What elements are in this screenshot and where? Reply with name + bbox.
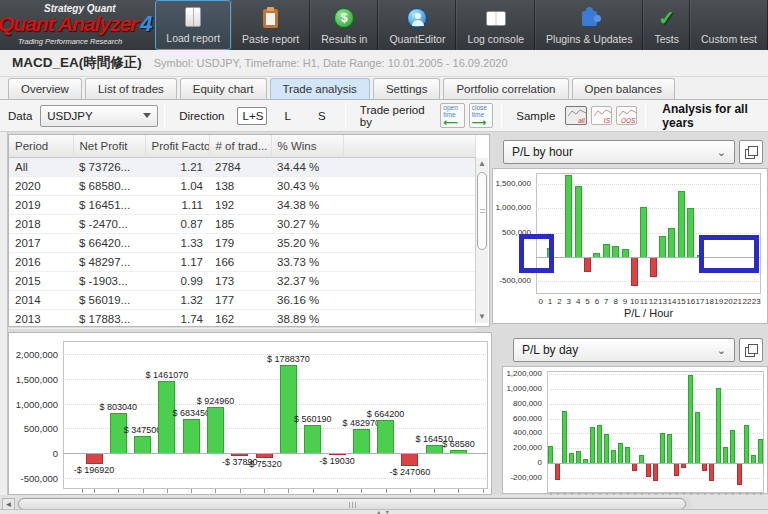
bar-value-label: -$ 247060 — [373, 467, 447, 477]
wins-cell[interactable]: 38.89 % — [271, 309, 343, 328]
table-row[interactable]: 2017$ 66420...1.3317935.20 % — [9, 233, 476, 252]
data-symbol-select[interactable]: USDJPY — [40, 105, 158, 127]
period-cell[interactable]: 2015 — [9, 271, 73, 290]
copy-chart-button[interactable] — [739, 338, 763, 362]
wins-cell[interactable]: 34.38 % — [271, 195, 343, 214]
column-header[interactable]: Profit Factor — [145, 135, 209, 157]
results-in-button[interactable]: $Results in — [310, 0, 378, 50]
table-row[interactable]: 2016$ 48297...1.1716633.73 % — [9, 252, 476, 271]
table-row[interactable]: 2015$ -1903...0.9917332.37 % — [9, 271, 476, 290]
scroll-down-arrow[interactable]: ▼ — [476, 311, 488, 323]
net-profit-cell[interactable]: $ -1903... — [73, 271, 145, 290]
open-time-button[interactable]: open time ⟵ — [440, 103, 464, 128]
plugins-updates-button[interactable]: Plugins & Updates — [535, 0, 643, 50]
dollar-coin-icon: $ — [334, 6, 354, 30]
sample-all-button[interactable]: all — [565, 106, 586, 125]
document-icon — [185, 7, 201, 27]
tab-list-of-trades[interactable]: List of trades — [85, 78, 177, 99]
profit-factor-cell[interactable]: 0.99 — [145, 271, 209, 290]
sample-oos-button[interactable]: OOS — [616, 106, 637, 125]
close-time-button[interactable]: close time ⟶ — [469, 103, 493, 128]
paste-report-button[interactable]: Paste report — [231, 0, 310, 50]
copy-chart-button[interactable] — [739, 140, 763, 164]
filler-cell — [343, 233, 476, 252]
trades-cell[interactable]: 162 — [209, 309, 271, 328]
column-header[interactable]: % Wins — [271, 135, 343, 157]
trades-cell[interactable]: 177 — [209, 290, 271, 309]
period-cell[interactable]: 2020 — [9, 176, 73, 195]
table-row[interactable]: 2019$ 16451...1.1119234.38 % — [9, 195, 476, 214]
wins-cell[interactable]: 30.27 % — [271, 214, 343, 233]
tests-button[interactable]: ✓Tests — [643, 0, 690, 50]
trades-cell[interactable]: 138 — [209, 176, 271, 195]
profit-factor-cell[interactable]: 0.87 — [145, 214, 209, 233]
tab-trade-analysis[interactable]: Trade analysis — [270, 78, 370, 99]
sample-is-button[interactable]: IS — [591, 106, 612, 125]
direction-long-button[interactable]: L — [275, 108, 301, 124]
tab-overview[interactable]: Overview — [8, 78, 82, 99]
trades-cell[interactable]: 173 — [209, 271, 271, 290]
period-cell[interactable]: 2018 — [9, 214, 73, 233]
period-cell[interactable]: 2017 — [9, 233, 73, 252]
column-header[interactable]: # of trad... — [209, 135, 271, 157]
quant-editor-label: QuantEditor — [389, 33, 445, 45]
zero-axis-line — [63, 453, 488, 454]
profit-factor-cell[interactable]: 1.74 — [145, 309, 209, 328]
direction-short-button[interactable]: S — [309, 108, 335, 124]
net-profit-cell[interactable]: $ 48297... — [73, 252, 145, 271]
tab-settings[interactable]: Settings — [373, 78, 441, 99]
trades-cell[interactable]: 185 — [209, 214, 271, 233]
column-header[interactable]: Period — [9, 135, 73, 157]
net-profit-cell[interactable]: $ 68580... — [73, 176, 145, 195]
net-profit-cell[interactable]: $ 73726... — [73, 157, 145, 176]
profit-factor-cell[interactable]: 1.32 — [145, 290, 209, 309]
wins-cell[interactable]: 36.16 % — [271, 290, 343, 309]
custom-test-button[interactable]: Custom test — [690, 0, 768, 50]
net-profit-cell[interactable]: $ 66420... — [73, 233, 145, 252]
trades-cell[interactable]: 179 — [209, 233, 271, 252]
profit-factor-cell[interactable]: 1.11 — [145, 195, 209, 214]
period-cell[interactable]: 2014 — [9, 290, 73, 309]
splitter-handle[interactable]: ▴ ▾ — [0, 509, 768, 514]
column-header[interactable]: Net Profit — [73, 135, 145, 157]
profit-factor-cell[interactable]: 1.33 — [145, 233, 209, 252]
tab-open-balances[interactable]: Open balances — [572, 78, 675, 99]
period-cell[interactable]: All — [9, 157, 73, 176]
net-profit-cell[interactable]: $ 16451... — [73, 195, 145, 214]
table-row[interactable]: All$ 73726...1.21278434.44 % — [9, 157, 476, 176]
wins-cell[interactable]: 35.20 % — [271, 233, 343, 252]
tab-portfolio-correlation[interactable]: Portfolio correlation — [443, 78, 568, 99]
wins-cell[interactable]: 34.44 % — [271, 157, 343, 176]
trades-cell[interactable]: 166 — [209, 252, 271, 271]
pl-by-hour-dropdown[interactable]: P/L by hour ⌄ — [503, 140, 735, 164]
table-row[interactable]: 2014$ 56019...1.3217736.16 % — [9, 290, 476, 309]
copy-icon — [745, 344, 758, 357]
direction-long-short-button[interactable]: L+S — [237, 107, 267, 125]
log-console-button[interactable]: Log console — [456, 0, 535, 50]
tab-equity-chart[interactable]: Equity chart — [180, 78, 267, 99]
table-row[interactable]: 2020$ 68580...1.0413830.43 % — [9, 176, 476, 195]
wins-cell[interactable]: 33.73 % — [271, 252, 343, 271]
profit-factor-cell[interactable]: 1.17 — [145, 252, 209, 271]
net-profit-cell[interactable]: $ 17883... — [73, 309, 145, 328]
table-row[interactable]: 2018$ -2470...0.8718530.27 % — [9, 214, 476, 233]
period-cell[interactable]: 2016 — [9, 252, 73, 271]
profit-factor-cell[interactable]: 1.04 — [145, 176, 209, 195]
period-cell[interactable]: 2019 — [9, 195, 73, 214]
quant-editor-button[interactable]: QuantEditor — [378, 0, 456, 50]
analysis-section-title: Analysis for all years — [662, 102, 768, 130]
trades-cell[interactable]: 192 — [209, 195, 271, 214]
pl-by-day-dropdown[interactable]: P/L by day ⌄ — [513, 338, 735, 362]
period-cell[interactable]: 2013 — [9, 309, 73, 328]
wins-cell[interactable]: 30.43 % — [271, 176, 343, 195]
profit-factor-cell[interactable]: 1.21 — [145, 157, 209, 176]
table-row[interactable]: 2013$ 17883...1.7416238.89 % — [9, 309, 476, 328]
table-vertical-scrollbar[interactable]: ▲ ▼ — [475, 158, 488, 323]
net-profit-cell[interactable]: $ 56019... — [73, 290, 145, 309]
net-profit-cell[interactable]: $ -2470... — [73, 214, 145, 233]
scrollbar-thumb[interactable] — [477, 172, 487, 250]
load-report-button[interactable]: Load report — [155, 0, 231, 50]
trades-cell[interactable]: 2784 — [209, 157, 271, 176]
wins-cell[interactable]: 32.37 % — [271, 271, 343, 290]
scroll-up-arrow[interactable]: ▲ — [476, 158, 488, 170]
